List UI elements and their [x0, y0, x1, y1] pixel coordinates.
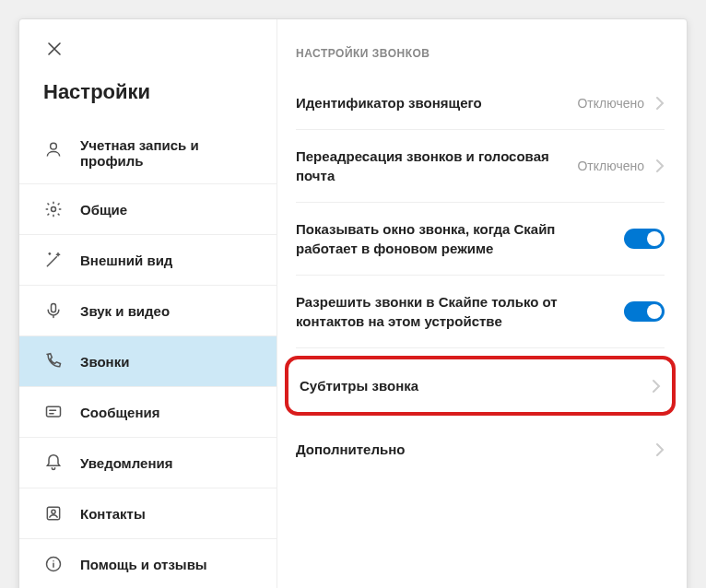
setting-value: Отключено	[577, 159, 644, 173]
sidebar-item-label: Общие	[80, 202, 127, 218]
highlight-annotation: Субтитры звонка	[285, 356, 676, 416]
svg-rect-2	[52, 304, 56, 312]
setting-value: Отключено	[577, 96, 644, 111]
sidebar-item-audio-video[interactable]: Звук и видео	[19, 286, 277, 336]
setting-advanced[interactable]: Дополнительно	[296, 423, 665, 476]
contacts-icon	[43, 503, 64, 523]
setting-caller-id[interactable]: Идентификатор звонящего Отключено	[296, 76, 665, 130]
sidebar-item-account[interactable]: Учетная запись и профиль	[19, 123, 277, 184]
close-button[interactable]	[36, 30, 73, 67]
sidebar-item-general[interactable]: Общие	[19, 184, 277, 235]
sidebar-item-notifications[interactable]: Уведомления	[19, 438, 277, 488]
setting-label: Разрешить звонки в Скайпе только от конт…	[296, 292, 613, 331]
setting-show-call-window: Показывать окно звонка, когда Скайп рабо…	[296, 203, 665, 276]
setting-call-subtitles[interactable]: Субтитры звонка	[296, 363, 665, 408]
microphone-icon	[43, 300, 64, 321]
svg-point-0	[51, 143, 57, 149]
toggle-allow-contacts-only[interactable]	[624, 301, 665, 322]
sidebar-item-contacts[interactable]: Контакты	[19, 488, 277, 539]
message-icon	[43, 402, 64, 422]
wand-icon	[43, 250, 64, 270]
sidebar-item-messaging[interactable]: Сообщения	[19, 387, 277, 438]
setting-label: Переадресация звонков и голосовая почта	[296, 147, 566, 185]
svg-point-1	[52, 207, 56, 212]
chevron-right-icon	[652, 379, 661, 394]
sidebar-item-label: Помощь и отзывы	[80, 557, 207, 572]
bell-icon	[43, 453, 64, 473]
sidebar-item-label: Учетная запись и профиль	[80, 137, 253, 169]
setting-label: Показывать окно звонка, когда Скайп рабо…	[296, 219, 613, 258]
sidebar-item-help[interactable]: Помощь и отзывы	[19, 539, 277, 588]
sidebar-item-calling[interactable]: Звонки	[19, 336, 277, 387]
sidebar-item-appearance[interactable]: Внешний вид	[19, 235, 277, 286]
setting-label: Субтитры звонка	[300, 376, 641, 395]
chevron-right-icon	[655, 96, 665, 111]
sidebar-item-label: Сообщения	[80, 405, 159, 420]
person-icon	[43, 139, 64, 159]
content-panel: НАСТРОЙКИ ЗВОНКОВ Идентификатор звонящег…	[277, 19, 687, 588]
phone-icon	[43, 351, 64, 371]
setting-label: Дополнительно	[296, 440, 644, 459]
info-icon	[43, 554, 64, 574]
settings-window: Настройки Учетная запись и профиль Общие…	[18, 18, 688, 588]
sidebar-item-label: Звонки	[80, 354, 129, 370]
setting-call-forwarding[interactable]: Переадресация звонков и голосовая почта …	[296, 130, 665, 203]
sidebar-item-label: Звук и видео	[80, 303, 170, 319]
toggle-show-call-window[interactable]	[624, 229, 665, 249]
sidebar-item-label: Уведомления	[80, 455, 172, 471]
close-icon	[47, 41, 62, 56]
sidebar-nav: Учетная запись и профиль Общие Внешний в…	[19, 123, 277, 588]
chevron-right-icon	[655, 442, 665, 457]
svg-point-5	[52, 510, 55, 513]
sidebar: Настройки Учетная запись и профиль Общие…	[19, 19, 277, 588]
gear-icon	[43, 199, 64, 219]
svg-rect-3	[47, 406, 61, 417]
chevron-right-icon	[655, 159, 665, 173]
sidebar-item-label: Контакты	[80, 506, 146, 522]
setting-label: Идентификатор звонящего	[296, 93, 566, 112]
setting-allow-contacts-only: Разрешить звонки в Скайпе только от конт…	[296, 276, 665, 348]
sidebar-item-label: Внешний вид	[80, 253, 172, 268]
sidebar-title: Настройки	[19, 67, 277, 123]
section-header: НАСТРОЙКИ ЗВОНКОВ	[296, 47, 665, 60]
